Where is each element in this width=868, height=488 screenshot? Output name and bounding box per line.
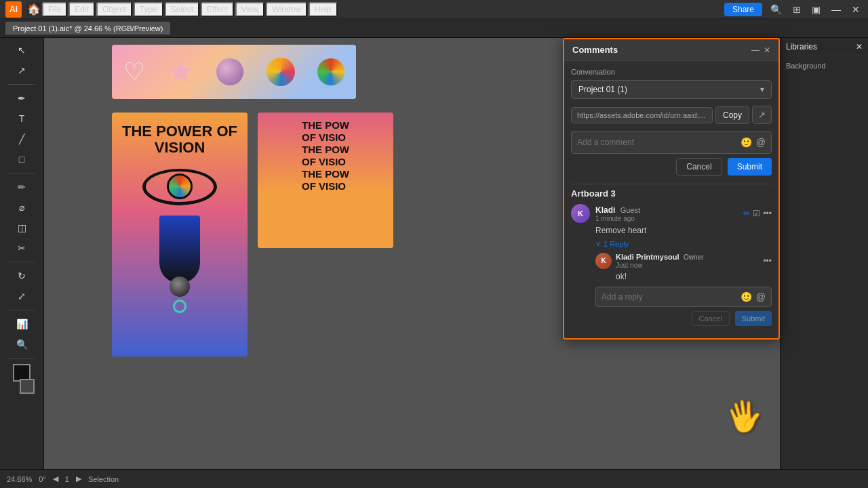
reply-author: Kladi Printmysoul: [616, 253, 679, 261]
reply-role: Owner: [684, 253, 703, 261]
reply-input[interactable]: [601, 292, 736, 302]
next-page-button[interactable]: ▶: [76, 474, 81, 483]
add-comment-area: 🙂 @: [571, 131, 772, 154]
scissors-tool[interactable]: ✂: [12, 239, 31, 258]
reply-header: K Kladi Printmysoul Owner Just now •••: [595, 252, 772, 269]
replies-toggle[interactable]: ∨ 1 Reply: [571, 239, 772, 248]
menu-effect[interactable]: Effect: [201, 2, 233, 17]
reply-mention-button[interactable]: @: [756, 291, 766, 302]
more-options-icon[interactable]: •••: [763, 209, 772, 218]
comments-panel: Comments — ✕ Conversation Project 01 (1)…: [563, 38, 780, 340]
replies-count: 1 Reply: [604, 240, 629, 248]
libraries-content: Background: [781, 56, 868, 79]
reply-cancel-button[interactable]: Cancel: [692, 311, 730, 326]
menu-window[interactable]: Window: [266, 2, 307, 17]
eye-graphic: [142, 163, 217, 210]
home-icon[interactable]: 🏠: [27, 3, 41, 16]
artboard-top: ♡: [112, 45, 356, 99]
ai-logo: Ai: [5, 1, 22, 18]
comment-submit-button[interactable]: Submit: [728, 158, 772, 176]
artboard-main-left: THE POWER OF VISION: [112, 113, 248, 357]
page-number: 1: [65, 475, 69, 483]
emoji-button[interactable]: 🙂: [741, 137, 752, 148]
zoom-level[interactable]: 24.66%: [7, 475, 32, 483]
reply-emoji-button[interactable]: 🙂: [741, 291, 752, 302]
select-tool[interactable]: ↖: [12, 41, 31, 60]
prev-page-button[interactable]: ◀: [53, 474, 58, 483]
line-tool[interactable]: ╱: [12, 129, 31, 148]
background-item: Background: [786, 62, 863, 70]
menu-object[interactable]: Object: [96, 2, 132, 17]
menu-file[interactable]: File: [42, 2, 67, 17]
zoom-tool[interactable]: 🔍: [12, 335, 31, 354]
reply-input-area: 🙂 @: [595, 287, 772, 307]
comments-close-button[interactable]: ✕: [764, 45, 770, 55]
comment-meta: Kladi Guest 1 minute ago: [595, 205, 738, 222]
graph-tool[interactable]: 📊: [12, 314, 31, 333]
heart-shape: ♡: [123, 58, 145, 86]
edit-comment-icon[interactable]: ✏: [743, 209, 750, 218]
comment-author: Kladi: [595, 205, 615, 215]
comment-time: 1 minute ago: [595, 215, 738, 222]
artboard-text-stack: THE POW OF VISIO THE POW OF VISIO THE PO…: [302, 119, 349, 192]
close-icon[interactable]: ✕: [849, 3, 863, 16]
toolbar-separator-5: [8, 358, 35, 359]
comment-header-actions: ✏ ☑ •••: [743, 209, 772, 218]
rotate-tool[interactable]: ↻: [12, 266, 31, 285]
external-link-button[interactable]: ↗: [752, 106, 772, 124]
menu-select[interactable]: Select: [165, 2, 199, 17]
conversation-label: Conversation: [571, 68, 772, 76]
window-icon[interactable]: ▣: [809, 3, 823, 16]
reply-text: ok!: [595, 272, 772, 281]
vase-graphic: [159, 216, 200, 283]
comments-minimize-button[interactable]: —: [751, 45, 760, 55]
toolbar-separator-2: [8, 173, 35, 174]
rect-tool[interactable]: □: [12, 150, 31, 169]
menu-help[interactable]: Help: [309, 2, 338, 17]
scale-tool[interactable]: ⤢: [12, 287, 31, 306]
reply-more-options-icon[interactable]: •••: [763, 256, 772, 266]
comment-actions: Cancel Submit: [571, 158, 772, 176]
reply-submit-button[interactable]: Submit: [735, 311, 772, 326]
rotation-value: 0°: [39, 475, 46, 483]
resolve-comment-icon[interactable]: ☑: [753, 209, 760, 218]
url-input-display: https://assets.adobe.com/id/urn:aaid:...: [571, 107, 713, 123]
chevron-down-icon: ▾: [760, 85, 764, 94]
libraries-header: Libraries ✕: [781, 38, 868, 56]
artboard-main-right: THE POW OF VISIO THE POW OF VISIO THE PO…: [258, 113, 393, 248]
direct-select-tool[interactable]: ↗: [12, 61, 31, 80]
project-name: Project 01 (1): [578, 85, 627, 94]
reply-actions: Cancel Submit: [595, 311, 772, 326]
menu-view[interactable]: View: [235, 2, 265, 17]
copy-button[interactable]: Copy: [715, 106, 749, 124]
libraries-close-icon[interactable]: ✕: [856, 42, 863, 52]
menu-edit[interactable]: Edit: [68, 2, 95, 17]
circle-outline: [173, 300, 186, 313]
libraries-panel: Libraries ✕ Background: [780, 38, 868, 469]
mention-button[interactable]: @: [756, 137, 766, 148]
artboard-title: THE POWER OF VISION: [112, 123, 248, 156]
pen-tool[interactable]: ✒: [12, 89, 31, 108]
project-dropdown[interactable]: Project 01 (1) ▾: [571, 80, 772, 99]
minimize-icon[interactable]: —: [829, 3, 844, 16]
artboard-section-label: Artboard 3: [571, 184, 772, 204]
add-comment-input[interactable]: [577, 138, 736, 147]
menu-type[interactable]: Type: [134, 2, 163, 17]
eraser-tool[interactable]: ◫: [12, 218, 31, 237]
comments-header: Comments — ✕: [564, 39, 778, 61]
brush-tool[interactable]: ✏: [12, 178, 31, 197]
current-tool: Selection: [88, 475, 119, 483]
reply-avatar: K: [595, 253, 612, 269]
chevron-down-icon: ∨: [595, 239, 601, 248]
share-button[interactable]: Share: [724, 3, 762, 16]
stroke-color[interactable]: [20, 379, 35, 394]
grid-icon[interactable]: ⊞: [790, 3, 804, 16]
document-tab[interactable]: Project 01 (1).aic* @ 24.66 % (RGB/Previ…: [5, 22, 170, 35]
search-icon[interactable]: 🔍: [768, 3, 785, 16]
comment-cancel-button[interactable]: Cancel: [676, 158, 722, 176]
pinwheel-shape: [267, 58, 295, 86]
reply-thread: K Kladi Printmysoul Owner Just now ••• o…: [571, 252, 772, 326]
blob-tool[interactable]: ⌀: [12, 198, 31, 217]
comments-header-controls: — ✕: [751, 45, 770, 55]
type-tool[interactable]: T: [12, 109, 31, 128]
